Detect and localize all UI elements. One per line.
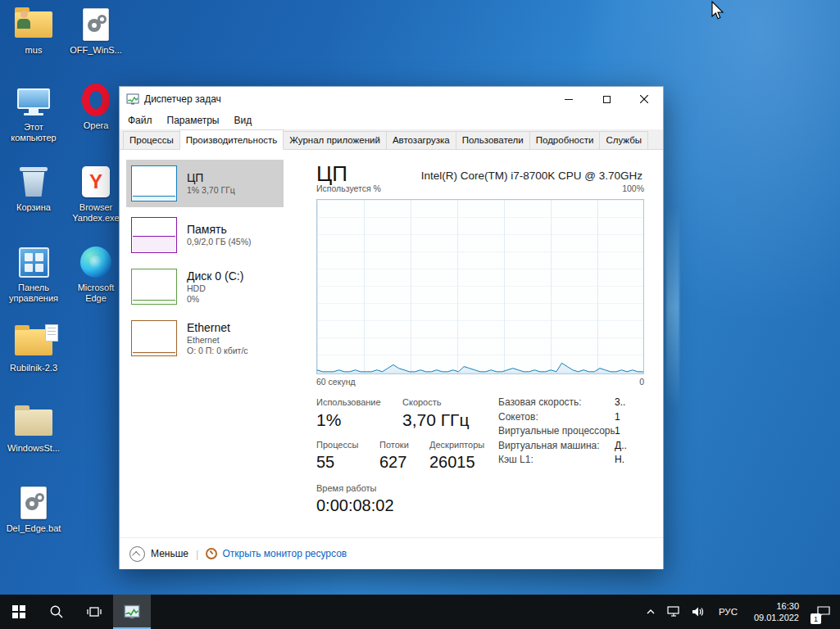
handles-value: 26015 — [429, 453, 475, 472]
cpu-details: Базовая скорость: 3.. Сокетов: 1 Виртуал… — [498, 396, 649, 468]
task-manager-footer: Меньше | Открыть монитор ресурсов — [120, 537, 663, 569]
perf-item-sub: 1% 3,70 ГГц — [187, 185, 235, 196]
folder-document-icon — [5, 324, 62, 360]
task-manager-window: Диспетчер задач Файл Параметры Вид Проце… — [119, 86, 664, 569]
desktop-icon-yandex[interactable]: Y Browser Yandex.exe — [67, 164, 125, 224]
desktop-icon-opera[interactable]: Opera — [67, 82, 125, 131]
network-status-button[interactable] — [661, 595, 686, 629]
detail-value: 1 — [615, 410, 649, 425]
handles-label: Дескрипторы — [429, 440, 484, 450]
computer-icon — [5, 84, 62, 120]
desktop-icon-this-pc[interactable]: Этот компьютер — [5, 84, 62, 143]
detail-label: Базовая скорость: — [498, 396, 615, 410]
search-icon — [49, 604, 64, 619]
language-indicator[interactable]: РУС — [711, 595, 746, 629]
window-title: Диспетчер задач — [144, 93, 550, 105]
tab-services[interactable]: Службы — [599, 131, 648, 149]
close-button[interactable] — [625, 87, 663, 111]
desktop-icon-control-panel[interactable]: Панель управления — [5, 244, 62, 304]
menu-file[interactable]: Файл — [120, 113, 160, 128]
task-view-icon — [87, 604, 102, 619]
microsoft-edge-icon — [67, 244, 125, 280]
detail-label: Сокетов: — [498, 410, 615, 425]
maximize-button[interactable] — [588, 87, 625, 111]
perf-item-sub: Ethernet — [187, 335, 248, 346]
uptime-label: Время работы — [316, 483, 377, 493]
desktop-icon-edge[interactable]: Microsoft Edge — [67, 244, 125, 304]
detail-label: Виртуальная машина: — [498, 439, 615, 454]
desktop-icon-recycle-bin[interactable]: Корзина — [5, 164, 62, 213]
tab-details[interactable]: Подробности — [529, 131, 601, 149]
tab-performance[interactable]: Производительность — [179, 129, 284, 150]
menu-view[interactable]: Вид — [226, 113, 259, 128]
task-view-button[interactable] — [75, 595, 113, 629]
taskbar-app-task-manager[interactable] — [113, 595, 151, 629]
menu-bar: Файл Параметры Вид — [120, 111, 663, 129]
detail-row: Кэш L1: Н. — [498, 453, 649, 468]
desktop-icon-rubilnik[interactable]: Rubilnik-2.3 — [5, 324, 62, 373]
usage-label: Использование — [316, 397, 381, 407]
perf-item-cpu[interactable]: ЦП 1% 3,70 ГГц — [126, 160, 284, 207]
desktop-icon-off-wins[interactable]: OFF_WinS... — [67, 7, 125, 56]
perf-item-sub: О: 0 П: 0 кбит/с — [187, 346, 248, 356]
desktop-icon-mus[interactable]: mus — [5, 7, 62, 56]
device-name: Intel(R) Core(TM) i7-8700K CPU @ 3.70GHz — [421, 170, 642, 182]
desktop-icon-label: Этот компьютер — [5, 122, 62, 143]
desktop-icon-label: OFF_WinS... — [67, 45, 125, 56]
tab-users[interactable]: Пользователи — [456, 131, 530, 149]
performance-pane: ЦП 1% 3,70 ГГц Память 0,9/2,0 ГБ (45%) Д… — [120, 150, 663, 537]
settings-file-gear-icon — [67, 7, 125, 43]
cpu-usage-graph[interactable] — [316, 199, 644, 374]
perf-item-sub: 0,9/2,0 ГБ (45%) — [187, 237, 252, 247]
collapse-circle-icon — [129, 546, 145, 562]
folder-icon — [5, 405, 62, 441]
perf-item-ethernet[interactable]: Ethernet Ethernet О: 0 П: 0 кбит/с — [126, 314, 284, 362]
processes-label: Процессы — [316, 440, 358, 450]
tray-expand-button[interactable] — [640, 595, 661, 629]
perf-item-sub: HDD — [187, 283, 243, 294]
detail-value: Н. — [615, 453, 649, 468]
desktop-icon-del-edge-bat[interactable]: Del_Edge.bat — [5, 485, 62, 534]
desktop-icon-label: Opera — [67, 120, 125, 131]
start-button[interactable] — [0, 595, 38, 629]
yandex-browser-icon: Y — [67, 164, 125, 200]
chevron-up-icon — [646, 607, 656, 617]
open-resource-monitor-link[interactable]: Открыть монитор ресурсов — [222, 548, 347, 559]
search-button[interactable] — [38, 595, 75, 629]
clock[interactable]: 16:30 09.01.2022 — [746, 595, 807, 629]
desktop-icon-windowsst[interactable]: WindowsSt... — [5, 405, 62, 454]
action-center-button[interactable]: 1 — [807, 595, 840, 629]
cpu-mini-graph — [131, 165, 177, 201]
tab-app-history[interactable]: Журнал приложений — [283, 131, 387, 149]
desktop-icon-label: Rubilnik-2.3 — [5, 363, 62, 373]
volume-button[interactable] — [686, 595, 711, 629]
detail-value: 1 — [615, 424, 649, 439]
speaker-icon — [692, 606, 705, 618]
opera-icon — [67, 82, 125, 118]
perf-item-memory[interactable]: Память 0,9/2,0 ГБ (45%) — [126, 211, 284, 259]
perf-item-disk[interactable]: Диск 0 (C:) HDD 0% — [126, 263, 284, 310]
desktop-icon-label: Панель управления — [5, 283, 62, 304]
perf-item-title: ЦП — [187, 171, 235, 185]
y-max-label: 100% — [622, 183, 644, 193]
task-manager-taskbar-icon — [124, 604, 140, 620]
menu-options[interactable]: Параметры — [160, 113, 227, 128]
task-manager-app-icon — [126, 93, 139, 106]
perf-item-title: Ethernet — [187, 321, 248, 335]
tab-processes[interactable]: Процессы — [123, 131, 180, 149]
network-icon — [667, 606, 680, 618]
fewer-details-button[interactable]: Меньше — [151, 548, 188, 559]
titlebar[interactable]: Диспетчер задач — [120, 87, 663, 111]
perf-item-sub: 0% — [187, 294, 243, 305]
processes-value: 55 — [316, 453, 334, 472]
usage-value: 1% — [316, 410, 341, 430]
tab-startup[interactable]: Автозагрузка — [386, 131, 456, 149]
disk-mini-graph — [131, 269, 177, 305]
desktop-icon-label: WindowsSt... — [5, 443, 62, 454]
performance-sidebar: ЦП 1% 3,70 ГГц Память 0,9/2,0 ГБ (45%) Д… — [126, 160, 284, 366]
threads-value: 627 — [379, 453, 406, 472]
detail-row: Виртуальная машина: Д.. — [498, 439, 649, 454]
ethernet-mini-graph — [131, 320, 177, 356]
minimize-button[interactable] — [550, 87, 588, 111]
detail-row: Сокетов: 1 — [498, 410, 649, 425]
